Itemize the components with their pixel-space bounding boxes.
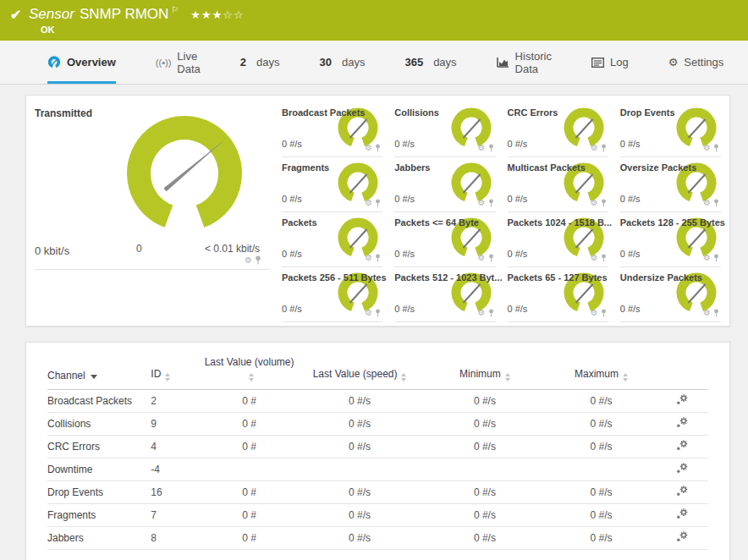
gear-icon[interactable]: ⚙ (703, 309, 711, 317)
tab-number: 30 (320, 56, 332, 69)
tab-365-days[interactable]: 365days (404, 41, 456, 84)
gear-icon[interactable]: ⚙ (703, 144, 711, 152)
pin-icon[interactable] (601, 254, 607, 262)
column-header-last-value-speed-[interactable]: Last Value (speed) (296, 351, 424, 390)
column-label: Last Value (speed) (313, 368, 398, 380)
cell-minimum: 0 #/s (424, 481, 547, 504)
pin-icon[interactable] (488, 199, 494, 207)
mini-gauge-tile[interactable]: Jabbers 0 #/s ⚙ (394, 157, 495, 212)
column-header-minimum[interactable]: Minimum (424, 351, 547, 390)
sort-desc-icon (91, 375, 97, 379)
cell-maximum: 0 #/s (546, 436, 657, 458)
cell-channel: CRC Errors (47, 436, 151, 458)
pin-icon[interactable] (375, 254, 381, 262)
sensor-name: SNMP RMON (80, 6, 168, 22)
tab-historic-data[interactable]: Historic Data (497, 41, 552, 84)
mini-gauge-tile[interactable]: Collisions 0 #/s ⚙ (394, 102, 495, 157)
column-header-id[interactable]: ID (151, 351, 202, 390)
gear-icon[interactable]: ⚙ (591, 144, 598, 152)
table-row: Drop Events160 #0 #/s0 #/s0 #/s (47, 481, 708, 504)
gear-icon[interactable]: ⚙ (478, 309, 486, 317)
cell-channel: Jabbers (47, 527, 151, 550)
priority-stars[interactable]: ★★★☆☆ (190, 8, 244, 21)
gear-icon[interactable]: ⚙ (365, 254, 372, 262)
pin-icon[interactable] (375, 309, 381, 317)
mini-gauge-tile[interactable]: Packets 65 - 127 Bytes 0 #/s ⚙ (508, 267, 608, 322)
mini-gauge-tile[interactable]: Undersize Packets 0 #/s ⚙ (620, 267, 721, 322)
pin-icon[interactable] (488, 144, 494, 152)
channel-settings-icon[interactable] (676, 464, 688, 476)
channel-settings-icon[interactable] (676, 442, 688, 453)
cell-maximum: 0 #/s (546, 413, 657, 436)
pin-icon[interactable] (375, 199, 381, 207)
gear-icon[interactable]: ⚙ (591, 254, 598, 262)
pin-icon[interactable] (601, 144, 607, 152)
gear-icon[interactable]: ⚙ (478, 254, 486, 262)
gear-icon[interactable]: ⚙ (365, 199, 372, 207)
pin-icon[interactable] (375, 144, 381, 152)
tab-settings[interactable]: ⚙Settings (668, 41, 724, 84)
gear-icon[interactable]: ⚙ (478, 199, 486, 207)
mini-gauge-value: 0 #/s (282, 139, 302, 149)
channel-settings-icon[interactable] (676, 510, 688, 522)
mini-gauge-tile[interactable]: Packets 128 - 255 Bytes 0 #/s ⚙ (620, 212, 721, 267)
gear-icon[interactable]: ⚙ (703, 254, 711, 262)
primary-gauge-title: Transmitted (35, 107, 92, 119)
column-label: Minimum (459, 368, 501, 380)
tab-live-data[interactable]: ((•))Live Data (156, 41, 201, 84)
pin-icon[interactable] (713, 309, 719, 317)
tab-overview[interactable]: Overview (47, 41, 116, 84)
primary-channel-gauge[interactable]: Transmitted 0 kbit/s 0 < 0.01 kbit/s ⚙ (35, 102, 270, 270)
gear-icon[interactable]: ⚙ (591, 309, 598, 317)
channel-settings-icon[interactable] (676, 396, 688, 408)
pin-icon[interactable] (488, 254, 494, 262)
gear-icon[interactable]: ⚙ (591, 199, 598, 207)
channel-settings-icon[interactable] (676, 419, 688, 431)
channel-settings-icon[interactable] (676, 533, 688, 545)
mini-gauge-title: CRC Errors (508, 107, 558, 118)
tab-2-days[interactable]: 2days (240, 41, 280, 84)
gear-icon[interactable]: ⚙ (245, 256, 252, 265)
mini-gauge-title: Collisions (394, 107, 439, 118)
table-row: Collisions90 #0 #/s0 #/s0 #/s (47, 413, 708, 436)
gauge-icon (47, 56, 61, 69)
flag-icon[interactable]: ⚐ (171, 5, 179, 14)
gear-icon[interactable]: ⚙ (703, 199, 711, 207)
pin-icon[interactable] (713, 254, 719, 262)
cell-last_volume: 0 # (203, 527, 296, 550)
mini-gauge-tile[interactable]: CRC Errors 0 #/s ⚙ (508, 102, 608, 157)
cell-minimum (424, 458, 547, 481)
channel-settings-icon[interactable] (676, 487, 688, 499)
tab-30-days[interactable]: 30days (320, 41, 366, 84)
column-header-channel[interactable]: Channel (47, 351, 151, 390)
pin-icon[interactable] (601, 199, 607, 207)
pin-icon[interactable] (255, 255, 261, 265)
pin-icon[interactable] (488, 309, 494, 317)
mini-gauge-tile[interactable]: Fragments 0 #/s ⚙ (282, 157, 382, 212)
mini-gauge-tile[interactable]: Multicast Packets 0 #/s ⚙ (508, 157, 608, 212)
tab-log[interactable]: Log (591, 41, 629, 84)
pin-icon[interactable] (713, 144, 719, 152)
mini-gauge-tile[interactable]: Packets 256 - 511 Bytes 0 #/s ⚙ (282, 267, 382, 322)
gear-icon[interactable]: ⚙ (478, 144, 486, 152)
mini-gauge-tile[interactable]: Drop Events 0 #/s ⚙ (620, 102, 721, 157)
mini-gauge-tile[interactable]: Packets 1024 - 1518 B... 0 #/s ⚙ (508, 212, 608, 267)
mini-gauge-tile[interactable]: Broadcast Packets 0 #/s ⚙ (282, 102, 382, 157)
mini-gauge-value: 0 #/s (282, 249, 302, 259)
cell-id: 7 (151, 504, 202, 527)
column-header-maximum[interactable]: Maximum (546, 351, 657, 390)
mini-gauge-title: Jabbers (394, 162, 430, 173)
mini-gauge-tile[interactable]: Packets 512 - 1023 Byt... 0 #/s ⚙ (394, 267, 495, 322)
mini-gauge-tile[interactable]: Packets 0 #/s ⚙ (282, 212, 382, 267)
pin-icon[interactable] (713, 199, 719, 207)
mini-gauge-tile[interactable]: Oversize Packets 0 #/s ⚙ (620, 157, 721, 212)
column-header-last-value-volume-[interactable]: Last Value (volume) (203, 351, 296, 390)
tab-number: 2 (240, 56, 246, 69)
gear-icon[interactable]: ⚙ (365, 309, 372, 317)
gear-icon[interactable]: ⚙ (365, 144, 372, 152)
mini-gauge-tile[interactable]: Packets <= 64 Byte 0 #/s ⚙ (394, 212, 495, 267)
gauge-chart-icon (335, 162, 381, 204)
cell-channel: Drop Events (47, 481, 151, 504)
mini-gauge-title: Packets 512 - 1023 Byt... (394, 272, 502, 283)
pin-icon[interactable] (601, 309, 607, 317)
